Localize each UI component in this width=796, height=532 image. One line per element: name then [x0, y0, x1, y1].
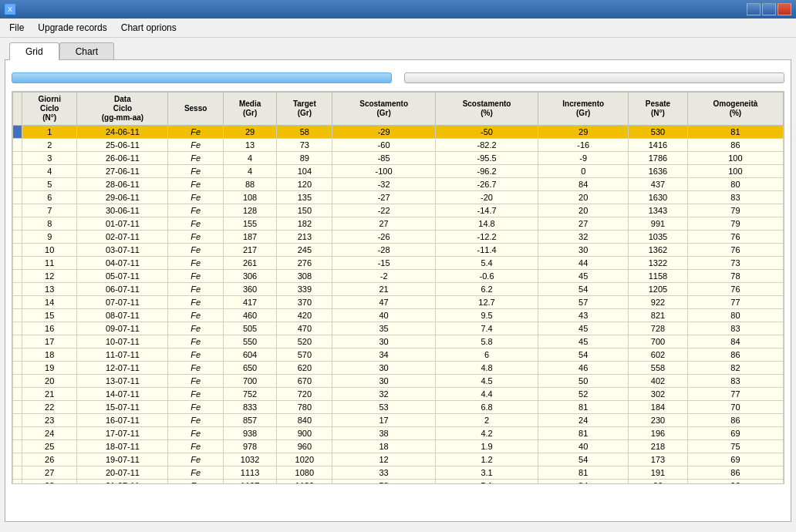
table-row[interactable]: 1003-07-11Fe217245-28-11.430136276 [13, 244, 784, 257]
table-cell: 14.8 [435, 217, 538, 231]
table-cell: 13 [223, 139, 276, 152]
table-cell: 32 [538, 231, 629, 244]
table-row[interactable]: 2518-07-11Fe978960181.94021875 [13, 440, 784, 453]
table-cell: 5.1 [435, 480, 538, 485]
indicator-col-header [13, 93, 22, 126]
table-cell: 1080 [277, 466, 332, 480]
table-row[interactable]: 1508-07-11Fe460420409.54382180 [13, 309, 784, 322]
table-row[interactable]: 528-06-11Fe88120-32-26.78443780 [13, 178, 784, 191]
table-row[interactable]: 902-07-11Fe187213-26-12.232103576 [13, 231, 784, 244]
table-cell: 4.2 [435, 427, 538, 440]
table-cell: 58 [277, 126, 332, 139]
table-cell: 7 [22, 204, 77, 217]
table-cell: Fe [168, 427, 223, 440]
table-cell: 308 [277, 270, 332, 283]
menu-upgrade-records[interactable]: Upgrade records [32, 20, 113, 35]
table-cell: 69 [687, 453, 783, 466]
table-row[interactable]: 2316-07-11Fe8578401722423086 [13, 414, 784, 427]
table-cell: 76 [687, 244, 783, 257]
table-row[interactable]: 1306-07-11Fe360339216.254120576 [13, 283, 784, 296]
window-body: Grid Chart GiorniCiclo(N°) DataCiclo(gg-… [0, 38, 796, 531]
table-row[interactable]: 2114-07-11Fe752720324.45230277 [13, 388, 784, 401]
table-cell: 30 [332, 335, 435, 348]
table-cell: 45 [538, 270, 629, 283]
table-cell: 620 [277, 362, 332, 375]
table-cell: 128 [223, 204, 276, 217]
table-row[interactable]: 1205-07-11Fe306308-2-0.645115878 [13, 270, 784, 283]
minimize-button[interactable] [747, 3, 761, 15]
table-cell: 604 [223, 348, 276, 362]
table-row[interactable]: 730-06-11Fe128150-22-14.720134379 [13, 204, 784, 217]
birds-weighing-1-button[interactable] [12, 72, 392, 83]
table-cell: 02-07-11 [77, 231, 168, 244]
table-row[interactable]: 2821-07-11Fe11971139585.1842696 [13, 480, 784, 485]
table-row[interactable]: 1912-07-11Fe650620304.84655882 [13, 362, 784, 375]
table-cell: 196 [629, 427, 688, 440]
data-table-container[interactable]: GiorniCiclo(N°) DataCiclo(gg-mm-aa) Sess… [12, 91, 784, 484]
table-cell: 108 [223, 191, 276, 204]
table-cell: 18 [22, 348, 77, 362]
table-cell: 19 [22, 362, 77, 375]
table-cell: 155 [223, 217, 276, 231]
table-row[interactable]: 326-06-11Fe489-85-95.5-91786100 [13, 152, 784, 165]
table-cell: -26 [332, 231, 435, 244]
data-table: GiorniCiclo(N°) DataCiclo(gg-mm-aa) Sess… [12, 92, 784, 484]
menu-file[interactable]: File [3, 20, 30, 35]
table-row[interactable]: 801-07-11Fe1551822714.82799179 [13, 217, 784, 231]
table-row[interactable]: 1104-07-11Fe261276-155.444132273 [13, 257, 784, 270]
table-cell: 08-07-11 [77, 309, 168, 322]
table-cell: 79 [687, 217, 783, 231]
close-button[interactable] [777, 3, 791, 15]
row-indicator [13, 414, 22, 427]
table-cell: 1786 [629, 152, 688, 165]
table-row[interactable]: 1811-07-11Fe6045703465460286 [13, 348, 784, 362]
table-row[interactable]: 124-06-11Fe2958-29-502953081 [13, 126, 784, 139]
table-row[interactable]: 1609-07-11Fe505470357.44572883 [13, 322, 784, 335]
table-cell: 26-06-11 [77, 152, 168, 165]
table-cell: 01-07-11 [77, 217, 168, 231]
table-row[interactable]: 2013-07-11Fe700670304.55040283 [13, 375, 784, 388]
table-row[interactable]: 225-06-11Fe1373-60-82.2-16141686 [13, 139, 784, 152]
table-cell: 857 [223, 414, 276, 427]
table-row[interactable]: 427-06-11Fe4104-100-96.201636100 [13, 165, 784, 178]
table-cell: 602 [629, 348, 688, 362]
table-cell: 58 [332, 480, 435, 485]
table-row[interactable]: 2720-07-11Fe11131080333.18119186 [13, 466, 784, 480]
maximize-button[interactable] [762, 3, 776, 15]
table-cell: 1 [22, 126, 77, 139]
table-cell: 4.5 [435, 375, 538, 388]
tab-chart[interactable]: Chart [59, 42, 114, 60]
main-panel: GiorniCiclo(N°) DataCiclo(gg-mm-aa) Sess… [5, 59, 791, 522]
table-row[interactable]: 1710-07-11Fe550520305.84570084 [13, 335, 784, 348]
app-icon: X [5, 4, 15, 15]
table-row[interactable]: 2215-07-11Fe833780536.88118470 [13, 401, 784, 414]
table-cell: 76 [687, 231, 783, 244]
row-indicator [13, 322, 22, 335]
table-cell: 45 [538, 335, 629, 348]
table-cell: 530 [629, 126, 688, 139]
table-cell: 52 [538, 388, 629, 401]
table-cell: 09-07-11 [77, 322, 168, 335]
table-row[interactable]: 2619-07-11Fe10321020121.25417369 [13, 453, 784, 466]
table-row[interactable]: 1407-07-11Fe4173704712.75792277 [13, 296, 784, 309]
table-row[interactable]: 2417-07-11Fe938900384.28119669 [13, 427, 784, 440]
row-indicator [13, 309, 22, 322]
table-row[interactable]: 629-06-11Fe108135-27-2020163083 [13, 191, 784, 204]
table-cell: 570 [277, 348, 332, 362]
table-cell: 05-07-11 [77, 270, 168, 283]
table-cell: 9.5 [435, 309, 538, 322]
table-cell: 20 [22, 375, 77, 388]
table-cell: 40 [538, 440, 629, 453]
col-target: Target(Gr) [277, 93, 332, 126]
table-cell: 14-07-11 [77, 388, 168, 401]
table-cell: 77 [687, 296, 783, 309]
birds-weighing-2-button[interactable] [404, 72, 784, 83]
menu-chart-options[interactable]: Chart oprions [115, 20, 183, 35]
row-indicator [13, 257, 22, 270]
table-cell: 76 [687, 283, 783, 296]
tab-grid[interactable]: Grid [9, 42, 59, 60]
table-cell: Fe [168, 126, 223, 139]
table-cell: Fe [168, 440, 223, 453]
table-cell: 230 [629, 414, 688, 427]
table-cell: 306 [223, 270, 276, 283]
